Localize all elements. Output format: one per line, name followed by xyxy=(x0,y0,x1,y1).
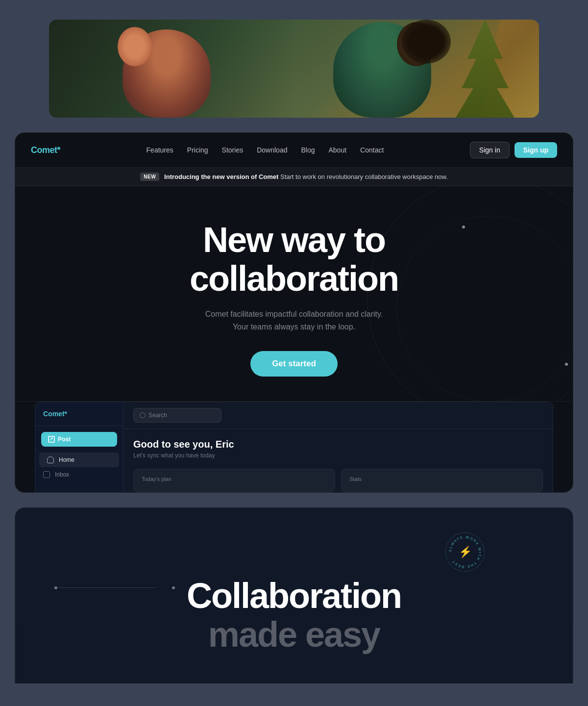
bottom-title-line2: made easy xyxy=(208,615,380,654)
announcement-bold: Introducing the new version of Comet xyxy=(164,173,278,180)
nav-link-contact[interactable]: Contact xyxy=(360,146,384,154)
nav-link-pricing[interactable]: Pricing xyxy=(187,146,208,154)
badge-new: NEW xyxy=(140,173,159,181)
nav-link-download[interactable]: Download xyxy=(257,146,287,154)
nav-link-about[interactable]: About xyxy=(328,146,346,154)
search-icon xyxy=(140,412,146,418)
app-sidebar-logo: Comet* xyxy=(35,410,123,426)
hero-title: New way to collaboration xyxy=(25,221,563,298)
get-started-button[interactable]: Get started xyxy=(250,351,338,377)
home-icon xyxy=(47,456,54,463)
hero-dot-2 xyxy=(565,363,568,366)
app-topbar: Search xyxy=(123,402,553,429)
hero-section: New way to collaboration Comet facilitat… xyxy=(15,186,573,401)
sidebar-post-button[interactable]: Post xyxy=(41,432,117,447)
app-search-bar[interactable]: Search xyxy=(133,408,221,423)
nav-link-features[interactable]: Features xyxy=(147,146,173,154)
bottom-dot-left xyxy=(54,586,57,589)
nav-logo: Comet* xyxy=(31,145,60,155)
app-cards-row: Today's plan Stats xyxy=(123,464,553,492)
announcement-text: Introducing the new version of Comet Sta… xyxy=(164,173,448,180)
app-card-stats: Stats xyxy=(341,469,543,492)
signin-button[interactable]: Sign in xyxy=(470,142,510,158)
bottom-title-line1: Collaboration xyxy=(187,576,401,615)
app-preview-inner: Comet* Post Home xyxy=(35,402,553,492)
nav-logo-symbol: * xyxy=(57,145,61,155)
figure-left-face xyxy=(118,27,152,66)
card-label-today: Today's plan xyxy=(142,476,327,482)
bottom-card: ALWAYS WORK WITH THE BEST ⚡ Collaboratio… xyxy=(15,507,573,683)
sidebar-nav-inbox[interactable]: Inbox xyxy=(35,467,123,482)
post-icon xyxy=(48,436,55,443)
badge-lightning-icon: ⚡ xyxy=(459,546,472,558)
nav-actions: Sign in Sign up xyxy=(470,142,557,158)
top-image-container xyxy=(49,20,539,118)
navbar: Comet* Features Pricing Stories Download… xyxy=(15,133,573,168)
app-card-today: Today's plan xyxy=(133,469,335,492)
bottom-dot-mid xyxy=(172,586,175,589)
greeting-title: Good to see you, Eric xyxy=(133,439,543,450)
app-sidebar: Comet* Post Home xyxy=(35,402,123,492)
nav-link-blog[interactable]: Blog xyxy=(301,146,315,154)
announcement-rest: Start to work on revolutionary collabora… xyxy=(278,173,447,180)
card-label-stats: Stats xyxy=(349,476,535,482)
top-image-section xyxy=(0,0,588,132)
app-preview: Comet* Post Home xyxy=(15,401,573,492)
signup-button[interactable]: Sign up xyxy=(514,142,557,158)
main-card: Comet* Features Pricing Stories Download… xyxy=(15,132,573,493)
middle-section: Comet* Features Pricing Stories Download… xyxy=(0,132,588,507)
nav-logo-text: Comet xyxy=(31,145,57,155)
app-main-content: Search Good to see you, Eric Let's sync … xyxy=(123,402,553,492)
nav-links: Features Pricing Stories Download Blog A… xyxy=(147,146,384,154)
bottom-line-left xyxy=(57,587,155,588)
app-greeting: Good to see you, Eric Let's sync what yo… xyxy=(123,429,553,464)
announcement-banner: NEW Introducing the new version of Comet… xyxy=(15,168,573,186)
circle-badge: ALWAYS WORK WITH THE BEST ⚡ xyxy=(445,532,485,572)
nav-link-stories[interactable]: Stories xyxy=(222,146,244,154)
greeting-subtitle: Let's sync what you have today xyxy=(133,452,543,459)
figure-right-hair xyxy=(402,20,451,64)
sidebar-nav-home[interactable]: Home xyxy=(39,453,119,467)
hero-subtitle: Comet facilitates impactful collaboratio… xyxy=(25,308,563,333)
bottom-section: ALWAYS WORK WITH THE BEST ⚡ Collaboratio… xyxy=(0,507,588,683)
bottom-title: Collaboration made easy xyxy=(187,577,401,654)
inbox-icon xyxy=(43,471,50,478)
